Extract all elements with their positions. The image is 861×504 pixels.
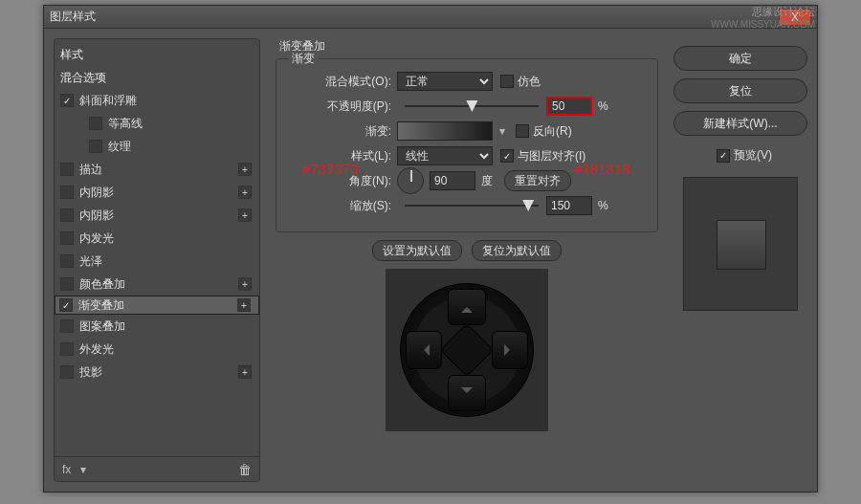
style-item-label: 斜面和浮雕 <box>79 93 137 109</box>
blend-mode-select[interactable]: 正常 <box>397 72 493 91</box>
opacity-label: 不透明度(P): <box>284 99 397 115</box>
layer-preview <box>386 269 548 431</box>
style-item-7[interactable]: 光泽 <box>55 250 259 273</box>
add-effect-icon[interactable]: + <box>237 298 251 312</box>
style-item-label: 投影 <box>79 364 102 381</box>
style-checkbox[interactable] <box>60 94 74 107</box>
style-checkbox[interactable] <box>60 163 74 176</box>
style-item-8[interactable]: 颜色叠加+ <box>55 273 259 296</box>
section-title: 渐变叠加 <box>270 38 664 55</box>
styles-list-panel: 样式混合选项斜面和浮雕等高线纹理描边+内阴影+内阴影+内发光光泽颜色叠加+渐变叠… <box>54 38 260 482</box>
dpad-left <box>406 331 442 369</box>
style-checkbox[interactable] <box>60 208 74 222</box>
style-item-label: 描边 <box>79 162 102 178</box>
fx-label[interactable]: fx <box>62 463 71 476</box>
blend-mode-label: 混合模式(O): <box>284 74 397 90</box>
style-item-2[interactable]: 纹理 <box>55 135 259 158</box>
style-checkbox[interactable] <box>60 319 74 333</box>
add-effect-icon[interactable]: + <box>238 163 252 176</box>
style-checkbox[interactable] <box>60 365 74 379</box>
style-item-label: 内阴影 <box>79 185 114 201</box>
dpad-right <box>492 331 528 369</box>
style-item-11[interactable]: 外发光 <box>55 338 259 361</box>
angle-input[interactable] <box>430 171 475 190</box>
align-checkbox[interactable] <box>500 149 514 163</box>
dither-label: 仿色 <box>518 74 541 90</box>
add-effect-icon[interactable]: + <box>238 365 252 379</box>
style-item-5[interactable]: 内阴影+ <box>55 204 259 227</box>
style-checkbox[interactable] <box>60 342 74 356</box>
style-checkbox[interactable] <box>60 277 74 291</box>
dpad-down <box>448 375 486 411</box>
style-item-3[interactable]: 描边+ <box>55 158 259 181</box>
style-item-6[interactable]: 内发光 <box>55 227 259 250</box>
style-item-9[interactable]: 渐变叠加+ <box>55 296 259 315</box>
style-item-label: 等高线 <box>108 116 143 132</box>
settings-panel: 渐变叠加 渐变 混合模式(O): 正常 仿色 不透明度(P): % 渐变: <box>270 38 664 482</box>
style-item-4[interactable]: 内阴影+ <box>55 181 259 204</box>
opacity-input[interactable] <box>546 97 592 116</box>
set-default-button[interactable]: 设置为默认值 <box>372 240 462 261</box>
angle-dial[interactable] <box>397 167 424 194</box>
style-item-label: 内阴影 <box>79 208 114 224</box>
titlebar[interactable]: 图层样式 X <box>44 6 817 29</box>
blend-options-header[interactable]: 混合选项 <box>55 66 259 89</box>
style-item-0[interactable]: 斜面和浮雕 <box>55 89 259 112</box>
dpad-up <box>448 289 486 325</box>
dither-checkbox[interactable] <box>500 75 514 88</box>
pct-label-2: % <box>598 199 608 212</box>
preview-checkbox[interactable] <box>717 149 730 163</box>
deg-label: 度 <box>481 173 493 189</box>
reverse-label: 反向(R) <box>533 123 572 140</box>
style-checkbox[interactable] <box>60 186 74 199</box>
style-item-12[interactable]: 投影+ <box>55 361 259 383</box>
gradient-fieldset: 渐变 混合模式(O): 正常 仿色 不透明度(P): % 渐变: <box>276 58 658 232</box>
reverse-checkbox[interactable] <box>516 124 529 138</box>
style-checkbox[interactable] <box>89 117 102 130</box>
window-title: 图层样式 <box>50 9 96 25</box>
pct-label: % <box>598 99 608 113</box>
add-effect-icon[interactable]: + <box>238 277 252 291</box>
scale-slider[interactable] <box>405 199 539 212</box>
add-effect-icon[interactable]: + <box>238 186 252 199</box>
style-item-label: 外发光 <box>79 341 114 358</box>
annotation-color-1: #737373 <box>302 161 358 177</box>
style-item-10[interactable]: 图案叠加 <box>55 315 259 338</box>
reset-align-button[interactable]: 重置对齐 <box>504 170 571 191</box>
preview-swatch <box>683 177 798 311</box>
gradient-preview[interactable] <box>397 121 493 141</box>
style-checkbox[interactable] <box>89 140 102 153</box>
styles-footer: fx 🗑 <box>55 456 259 481</box>
fieldset-legend: 渐变 <box>288 51 319 67</box>
trash-icon[interactable]: 🗑 <box>238 462 252 477</box>
opacity-slider[interactable] <box>405 99 539 113</box>
dpad-graphic <box>400 283 534 417</box>
style-item-label: 颜色叠加 <box>79 276 125 293</box>
style-item-label: 纹理 <box>108 139 131 155</box>
style-checkbox[interactable] <box>60 231 74 245</box>
fx-menu-icon[interactable] <box>77 463 86 476</box>
action-buttons-panel: 确定 复位 新建样式(W)... 预览(V) <box>673 38 807 482</box>
styles-header[interactable]: 样式 <box>55 43 259 66</box>
watermark-url: WWW.MISSYUAN.COM <box>711 19 815 30</box>
new-style-button[interactable]: 新建样式(W)... <box>673 111 807 136</box>
style-checkbox[interactable] <box>60 254 74 268</box>
style-select[interactable]: 线性 <box>397 146 493 165</box>
style-item-label: 内发光 <box>79 230 114 247</box>
gradient-label: 渐变: <box>284 123 397 140</box>
style-item-label: 渐变叠加 <box>78 297 124 314</box>
style-checkbox[interactable] <box>59 298 73 312</box>
preview-label: 预览(V) <box>734 147 772 164</box>
cancel-button[interactable]: 复位 <box>673 78 807 103</box>
style-item-label: 光泽 <box>79 253 102 270</box>
watermark-text: 思缘设计论坛 <box>752 5 815 19</box>
scale-label: 缩放(S): <box>284 198 397 214</box>
style-item-1[interactable]: 等高线 <box>55 112 259 135</box>
reset-default-button[interactable]: 复位为默认值 <box>472 240 562 261</box>
scale-input[interactable] <box>546 196 592 215</box>
layer-style-dialog: 图层样式 X 样式混合选项斜面和浮雕等高线纹理描边+内阴影+内阴影+内发光光泽颜… <box>43 5 818 493</box>
annotation-color-2: #181818 <box>574 161 629 177</box>
gradient-dropdown-icon[interactable] <box>493 124 508 138</box>
add-effect-icon[interactable]: + <box>238 208 252 222</box>
ok-button[interactable]: 确定 <box>673 46 807 71</box>
